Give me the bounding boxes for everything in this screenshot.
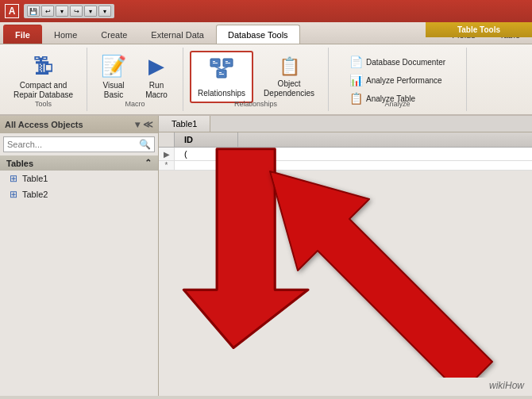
object-dependencies-icon: 📋 xyxy=(279,56,300,77)
table1-icon: ⊞ xyxy=(10,173,17,184)
content-area: All Access Objects ▾ ≪ 🔍 Tables ⌃ ⊞ Tabl… xyxy=(0,116,532,396)
row-marker-new: * xyxy=(159,161,175,170)
undo-btn[interactable]: ↩ xyxy=(41,6,54,17)
table-tools-label: Table Tools xyxy=(426,22,532,37)
table2-nav-item[interactable]: ⊞ Table2 xyxy=(0,186,158,202)
database-documenter-label: Database Documenter xyxy=(366,58,445,67)
table1-label: Table1 xyxy=(22,174,48,183)
svg-rect-2 xyxy=(213,63,218,63)
tables-section-label: Tables xyxy=(6,159,33,168)
table2-icon: ⊞ xyxy=(10,189,17,200)
table-row[interactable]: ▶ ( xyxy=(159,148,532,161)
svg-marker-12 xyxy=(270,171,492,378)
nav-pane-title: All Access Objects xyxy=(5,120,83,129)
undo-dropdown[interactable]: ▾ xyxy=(56,6,68,17)
quick-access-toolbar: 💾 ↩ ▾ ↪ ▾ ▾ xyxy=(24,4,114,18)
table-row-new[interactable]: * xyxy=(159,161,532,171)
nav-menu-icon[interactable]: ▾ xyxy=(135,119,140,130)
svg-line-9 xyxy=(215,67,222,70)
compact-repair-label: Compact andRepair Database xyxy=(13,81,73,100)
compact-repair-button[interactable]: 🗜 Compact andRepair Database xyxy=(6,51,80,103)
main-tab-bar: Table1 xyxy=(159,116,532,132)
nav-pane-header[interactable]: All Access Objects ▾ ≪ xyxy=(0,116,158,133)
tools-group-label: Tools xyxy=(0,100,87,108)
object-dependencies-label: ObjectDependencies xyxy=(264,79,314,98)
redo-btn[interactable]: ↪ xyxy=(70,6,83,17)
svg-marker-11 xyxy=(183,149,308,348)
nav-collapse-icon[interactable]: ≪ xyxy=(143,119,153,130)
analyze-group-label: Analyze xyxy=(329,100,466,108)
ribbon-group-tools: 🗜 Compact andRepair Database Tools xyxy=(0,48,87,111)
svg-rect-5 xyxy=(226,63,230,63)
visual-basic-icon: 📝 xyxy=(101,54,126,79)
relationships-label: Relationships xyxy=(198,89,245,98)
object-dependencies-button[interactable]: 📋 ObjectDependencies xyxy=(256,51,322,103)
nav-header-icons: ▾ ≪ xyxy=(135,119,153,130)
run-macro-label: RunMacro xyxy=(145,81,168,100)
title-bar: A 💾 ↩ ▾ ↪ ▾ ▾ xyxy=(0,0,532,22)
visual-basic-button[interactable]: 📝 VisualBasic xyxy=(94,51,133,103)
run-macro-icon: ▶ xyxy=(148,54,164,79)
tables-section-collapse[interactable]: ⌃ xyxy=(145,158,152,168)
row-marker-active: ▶ xyxy=(159,148,175,160)
id-column-header: ID xyxy=(175,132,238,147)
redo-dropdown[interactable]: ▾ xyxy=(84,6,97,17)
table1-nav-item[interactable]: ⊞ Table1 xyxy=(0,171,158,186)
ribbon: 🗜 Compact andRepair Database Tools 📝 Vis… xyxy=(0,44,532,116)
compact-repair-icon: 🗜 xyxy=(33,54,54,79)
nav-search-box[interactable]: 🔍 xyxy=(3,136,155,152)
customize-btn[interactable]: ▾ xyxy=(98,6,111,17)
search-input[interactable] xyxy=(7,140,139,149)
tab-database-tools[interactable]: Database Tools xyxy=(216,25,300,44)
tab-home[interactable]: Home xyxy=(42,25,89,44)
visual-basic-label: VisualBasic xyxy=(103,81,125,100)
tab-file[interactable]: File xyxy=(3,25,42,44)
main-tab-table1[interactable]: Table1 xyxy=(159,116,210,132)
wikihow-watermark: wikiHow xyxy=(489,380,524,391)
main-content: Table1 ID ▶ ( * xyxy=(159,116,532,396)
macro-group-label: Macro xyxy=(87,100,183,108)
table2-label: Table2 xyxy=(22,190,48,199)
ribbon-group-macro: 📝 VisualBasic ▶ RunMacro Macro xyxy=(87,48,183,111)
ribbon-group-analyze: 📄 Database Documenter 📊 Analyze Performa… xyxy=(329,48,467,111)
tables-section-header[interactable]: Tables ⌃ xyxy=(0,155,158,171)
svg-rect-7 xyxy=(219,72,222,73)
tab-create[interactable]: Create xyxy=(89,25,139,44)
red-arrow-svg xyxy=(222,140,508,378)
svg-rect-1 xyxy=(213,61,215,62)
row-new-id-cell[interactable] xyxy=(175,161,238,170)
ribbon-group-relationships: Relationships 📋 ObjectDependencies Relat… xyxy=(183,48,329,111)
nav-pane: All Access Objects ▾ ≪ 🔍 Tables ⌃ ⊞ Tabl… xyxy=(0,116,159,396)
search-icon[interactable]: 🔍 xyxy=(139,139,151,150)
relationships-group-label: Relationships xyxy=(183,100,328,108)
ribbon-group-analyze-items: 📄 Database Documenter 📊 Analyze Performa… xyxy=(335,51,460,121)
svg-line-10 xyxy=(222,67,228,70)
svg-rect-4 xyxy=(226,61,228,62)
table-area: ID ▶ ( * xyxy=(159,132,532,171)
save-btn[interactable]: 💾 xyxy=(27,6,40,17)
relationships-button[interactable]: Relationships xyxy=(190,51,253,103)
analyze-performance-button[interactable]: 📊 Analyze Performance xyxy=(345,72,450,88)
database-documenter-button[interactable]: 📄 Database Documenter xyxy=(345,54,450,70)
row1-id-cell[interactable]: ( xyxy=(175,148,238,160)
analyze-performance-icon: 📊 xyxy=(349,74,363,86)
relationships-icon xyxy=(209,56,234,86)
database-documenter-icon: 📄 xyxy=(349,56,363,68)
tab-external-data[interactable]: External Data xyxy=(139,25,216,44)
svg-rect-8 xyxy=(219,74,224,75)
run-macro-button[interactable]: ▶ RunMacro xyxy=(137,51,176,103)
analyze-performance-label: Analyze Performance xyxy=(366,76,442,85)
table-header-row: ID xyxy=(159,132,532,148)
app-icon: A xyxy=(5,4,19,18)
